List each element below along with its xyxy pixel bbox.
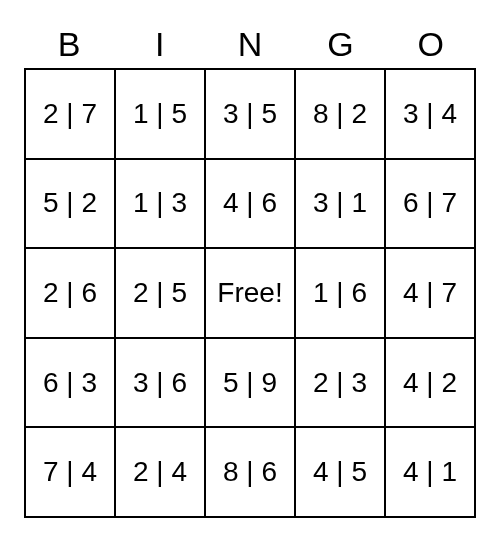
bingo-cell[interactable]: 4 | 5 <box>295 427 385 517</box>
bingo-cell[interactable]: 4 | 7 <box>385 248 475 338</box>
bingo-cell[interactable]: 4 | 1 <box>385 427 475 517</box>
header-i: I <box>114 20 204 68</box>
bingo-cell[interactable]: 5 | 2 <box>25 159 115 249</box>
bingo-cell[interactable]: 2 | 7 <box>25 69 115 159</box>
bingo-card: B I N G O 2 | 7 1 | 5 3 | 5 8 | 2 3 | 4 … <box>24 20 476 518</box>
bingo-headers: B I N G O <box>24 20 476 68</box>
bingo-cell[interactable]: 7 | 4 <box>25 427 115 517</box>
bingo-cell[interactable]: 2 | 5 <box>115 248 205 338</box>
header-n: N <box>205 20 295 68</box>
bingo-cell[interactable]: 3 | 5 <box>205 69 295 159</box>
bingo-cell-free[interactable]: Free! <box>205 248 295 338</box>
bingo-cell[interactable]: 5 | 9 <box>205 338 295 428</box>
bingo-cell[interactable]: 8 | 2 <box>295 69 385 159</box>
header-b: B <box>24 20 114 68</box>
bingo-cell[interactable]: 2 | 4 <box>115 427 205 517</box>
bingo-cell[interactable]: 1 | 6 <box>295 248 385 338</box>
header-g: G <box>295 20 385 68</box>
bingo-grid: 2 | 7 1 | 5 3 | 5 8 | 2 3 | 4 5 | 2 1 | … <box>24 68 476 518</box>
bingo-cell[interactable]: 6 | 7 <box>385 159 475 249</box>
bingo-cell[interactable]: 8 | 6 <box>205 427 295 517</box>
bingo-cell[interactable]: 4 | 6 <box>205 159 295 249</box>
bingo-cell[interactable]: 3 | 6 <box>115 338 205 428</box>
bingo-cell[interactable]: 6 | 3 <box>25 338 115 428</box>
bingo-cell[interactable]: 4 | 2 <box>385 338 475 428</box>
bingo-cell[interactable]: 2 | 3 <box>295 338 385 428</box>
bingo-cell[interactable]: 3 | 4 <box>385 69 475 159</box>
bingo-cell[interactable]: 3 | 1 <box>295 159 385 249</box>
header-o: O <box>386 20 476 68</box>
bingo-cell[interactable]: 1 | 5 <box>115 69 205 159</box>
bingo-cell[interactable]: 1 | 3 <box>115 159 205 249</box>
bingo-cell[interactable]: 2 | 6 <box>25 248 115 338</box>
